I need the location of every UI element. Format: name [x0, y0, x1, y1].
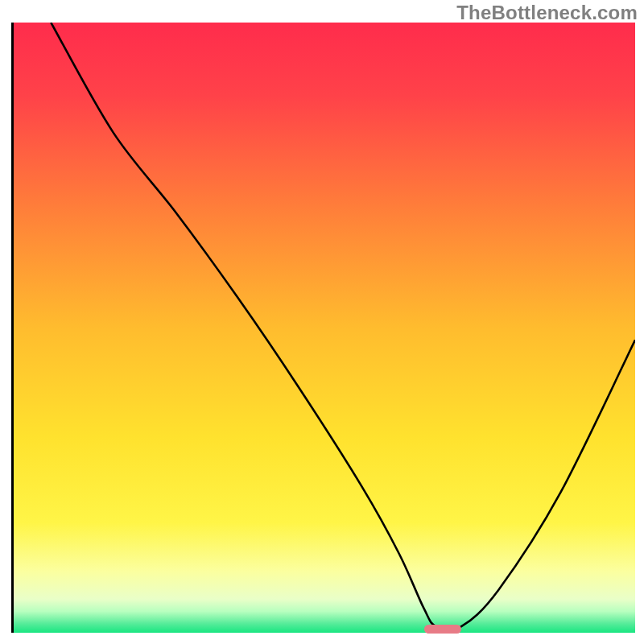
chart-stage: TheBottleneck.com — [0, 0, 644, 644]
watermark-text: TheBottleneck.com — [456, 2, 638, 24]
optimum-marker — [424, 625, 461, 634]
plot-area — [11, 23, 633, 633]
chart-background — [14, 23, 635, 633]
chart-svg — [14, 23, 635, 633]
